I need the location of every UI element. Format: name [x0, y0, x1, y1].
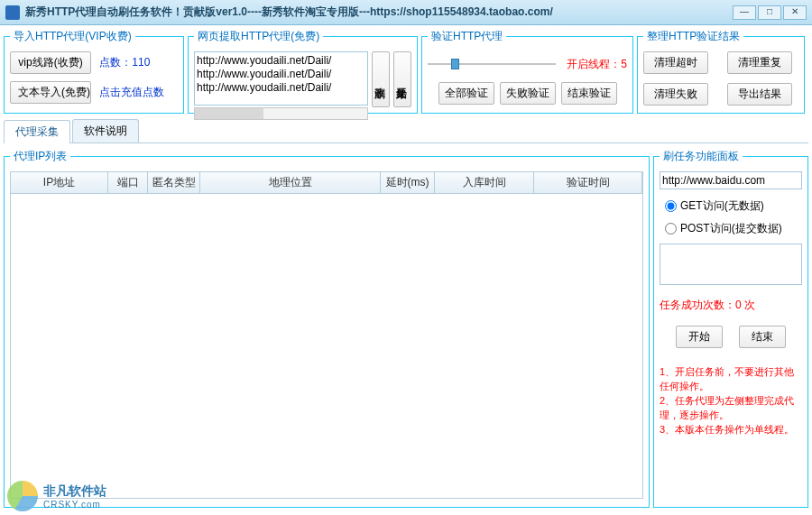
url-item[interactable]: http://www.youdaili.net/Daili/	[197, 81, 365, 95]
vip-line-button[interactable]: vip线路(收费)	[10, 51, 91, 74]
iplist-body[interactable]	[10, 194, 643, 499]
minimize-button[interactable]: —	[733, 5, 756, 20]
verify-end-button[interactable]: 结束验证	[561, 82, 617, 105]
post-radio-label[interactable]: POST访问(提交数据)	[665, 221, 802, 236]
window-controls: — □ ✕	[733, 5, 807, 20]
thread-count-label: 开启线程：5	[567, 57, 627, 72]
get-radio[interactable]	[665, 200, 677, 212]
window-title: 新秀HTTP代理自动刷任务软件！贡献版ver1.0----新秀软件淘宝专用版--…	[25, 5, 733, 20]
col-geo[interactable]: 地理位置	[200, 172, 381, 193]
thread-slider[interactable]	[428, 63, 556, 65]
clean-duplicate-button[interactable]: 清理重复	[727, 51, 792, 74]
tab-bar: 代理采集 软件说明	[4, 119, 808, 143]
get-radio-label[interactable]: GET访问(无数据)	[665, 198, 802, 214]
task-panel-group: 刷任务功能面板 GET访问(无数据) POST访问(提交数据) 任务成功次数：0…	[653, 149, 808, 508]
post-radio-text: POST访问(提交数据)	[680, 222, 782, 235]
task-start-button[interactable]: 开始	[676, 326, 723, 348]
text-import-button[interactable]: 文本导入(免费)	[10, 81, 91, 104]
edit-urls-button[interactable]: 添改删	[372, 51, 390, 107]
titlebar: 新秀HTTP代理自动刷任务软件！贡献版ver1.0----新秀软件淘宝专用版--…	[0, 0, 812, 25]
thread-slider-thumb[interactable]	[451, 59, 459, 69]
clean-timeout-button[interactable]: 清理超时	[643, 51, 708, 74]
tab-collect[interactable]: 代理采集	[4, 120, 70, 143]
task-success-count: 任务成功次数：0 次	[660, 298, 802, 313]
col-port[interactable]: 端口	[108, 172, 148, 193]
verify-legend: 验证HTTP代理	[428, 29, 506, 44]
col-delay[interactable]: 延时(ms)	[381, 172, 435, 193]
url-listbox[interactable]: http://www.youdaili.net/Daili/ http://ww…	[194, 51, 368, 106]
points-label: 点数：110	[99, 55, 150, 70]
task-end-button[interactable]: 结束	[739, 326, 786, 348]
web-extract-group: 网页提取HTTP代理(免费) http://www.youdaili.net/D…	[188, 29, 418, 114]
import-proxy-group: 导入HTTP代理(VIP收费) vip线路(收费) 点数：110 文本导入(免费…	[4, 29, 184, 114]
col-vtime[interactable]: 验证时间	[534, 172, 642, 193]
proxy-ip-list-group: 代理IP列表 IP地址 端口 匿名类型 地理位置 延时(ms) 入库时间 验证时…	[4, 149, 650, 508]
task-legend: 刷任务功能面板	[660, 149, 743, 164]
col-anon[interactable]: 匿名类型	[148, 172, 200, 193]
task-url-input[interactable]	[660, 171, 802, 189]
app-icon	[5, 5, 20, 20]
horizontal-scrollbar[interactable]	[194, 107, 368, 120]
clean-result-group: 整理HTTP验证结果 清理超时 清理重复 清理失败 导出结果	[637, 29, 805, 114]
clean-failed-button[interactable]: 清理失败	[643, 83, 708, 106]
verify-fail-button[interactable]: 失败验证	[500, 82, 556, 105]
iplist-legend: 代理IP列表	[10, 149, 70, 164]
iplist-header: IP地址 端口 匿名类型 地理位置 延时(ms) 入库时间 验证时间	[10, 171, 643, 194]
export-result-button[interactable]: 导出结果	[727, 83, 792, 106]
recharge-link[interactable]: 点击充值点数	[99, 85, 164, 100]
post-data-box[interactable]	[660, 244, 802, 285]
maximize-button[interactable]: □	[758, 5, 781, 20]
url-item[interactable]: http://www.youdaili.net/Daili/	[197, 68, 365, 81]
task-tips: 1、开启任务前，不要进行其他任何操作。2、任务代理为左侧整理完成代理，逐步操作。…	[660, 364, 802, 437]
web-legend: 网页提取HTTP代理(免费)	[194, 29, 323, 44]
close-button[interactable]: ✕	[783, 5, 807, 20]
verify-proxy-group: 验证HTTP代理 开启线程：5 全部验证 失败验证 结束验证	[421, 29, 633, 114]
tab-doc[interactable]: 软件说明	[72, 119, 139, 143]
get-radio-text: GET访问(无数据)	[680, 199, 764, 212]
verify-all-button[interactable]: 全部验证	[438, 82, 494, 105]
url-item[interactable]: http://www.youdaili.net/Daili/	[197, 54, 365, 68]
col-intime[interactable]: 入库时间	[435, 172, 534, 193]
thread-slider-row: 开启线程：5	[428, 55, 627, 73]
post-radio[interactable]	[665, 223, 677, 235]
clean-legend: 整理HTTP验证结果	[643, 29, 743, 44]
col-ip[interactable]: IP地址	[11, 172, 108, 193]
import-legend: 导入HTTP代理(VIP收费)	[10, 29, 135, 44]
start-collect-button[interactable]: 开始采集	[393, 51, 411, 107]
